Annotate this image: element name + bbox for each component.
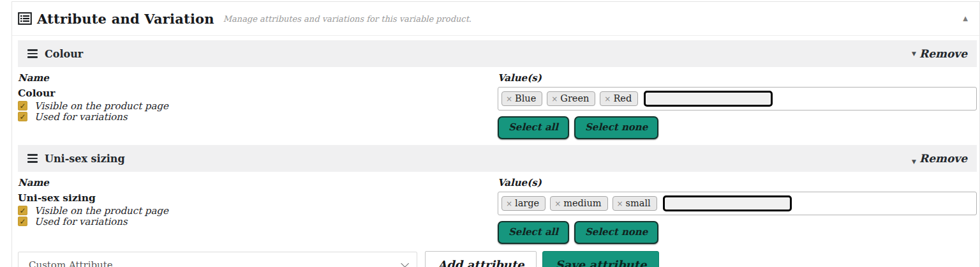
attribute-name-value: Uni-sex sizing [18, 192, 498, 204]
select-all-button[interactable]: Select all [498, 221, 569, 244]
page-title: Attribute and Variation [37, 11, 214, 27]
values-multiselect: × Blue × Green × Red [498, 87, 977, 111]
tag-remove-icon[interactable]: × [554, 199, 561, 208]
tag-label: Blue [515, 93, 536, 103]
attribute-select-value: Custom Attribute [29, 259, 113, 267]
chevron-down-icon: ▼ [912, 50, 916, 57]
values-column-label: Value(s) [498, 72, 977, 84]
tag-remove-icon[interactable]: × [604, 95, 611, 103]
visible-checkbox-row[interactable]: ✓ Visible on the product page [18, 100, 498, 111]
remove-attribute-link[interactable]: ▼ Remove [912, 47, 967, 60]
value-entry-input[interactable] [644, 91, 773, 107]
name-column-label: Name [18, 72, 498, 84]
tag-label: Green [560, 93, 589, 103]
checkbox-checked-icon[interactable]: ✓ [18, 112, 27, 121]
add-attribute-button[interactable]: Add attribute [425, 251, 537, 267]
name-column: Name Uni-sex sizing ✓ Visible on the pro… [18, 177, 498, 244]
drag-handle-icon[interactable] [27, 153, 38, 164]
name-column: Name Colour ✓ Visible on the product pag… [18, 72, 498, 139]
visible-checkbox-label: Visible on the product page [34, 205, 168, 217]
attribute-bar-title: Uni-sex sizing [45, 153, 125, 165]
values-column: Value(s) × large × medium × small [498, 177, 977, 244]
value-entry-input[interactable] [663, 195, 792, 211]
attribute-bar-title: Colour [45, 48, 83, 60]
chevron-down-icon: ▼ [912, 158, 916, 165]
tag-label: small [626, 198, 651, 208]
checkbox-checked-icon[interactable]: ✓ [18, 206, 27, 215]
values-column: Value(s) × Blue × Green × Red [498, 72, 977, 139]
attribute-body-uni-sex-sizing: Name Uni-sex sizing ✓ Visible on the pro… [18, 177, 977, 244]
checkbox-checked-icon[interactable]: ✓ [18, 101, 27, 111]
attribute-variation-panel: Attribute and Variation Manage attribute… [11, 1, 980, 267]
used-for-variations-checkbox-label: Used for variations [34, 216, 128, 227]
used-for-variations-checkbox-row[interactable]: ✓ Used for variations [18, 216, 498, 227]
page-subtitle: Manage attributes and variations for thi… [223, 14, 471, 24]
tag-remove-icon[interactable]: × [506, 199, 512, 208]
value-tag: × Red [600, 91, 638, 106]
attribute-name-value: Colour [18, 87, 498, 99]
remove-label: Remove [919, 47, 967, 60]
list-icon [18, 11, 32, 26]
chevron-down-icon [401, 259, 409, 267]
collapse-panel-icon[interactable]: ▲ [960, 13, 970, 24]
value-tag: × Green [547, 91, 595, 106]
visible-checkbox-label: Visible on the product page [34, 100, 168, 112]
attribute-footer-toolbar: Custom Attribute Add attribute Save attr… [18, 251, 977, 267]
attribute-variation-screen: Attribute and Variation Manage attribute… [0, 0, 980, 267]
checkbox-checked-icon[interactable]: ✓ [18, 217, 27, 226]
remove-label: Remove [919, 152, 967, 165]
panel-content: Colour ▼ Remove Name Colour ✓ Visible on… [12, 40, 979, 267]
values-column-label: Value(s) [498, 177, 977, 188]
select-none-button[interactable]: Select none [574, 221, 658, 244]
value-tag: × medium [550, 196, 607, 211]
attribute-header-colour[interactable]: Colour ▼ Remove [18, 40, 977, 67]
select-none-button[interactable]: Select none [574, 116, 658, 139]
tag-remove-icon[interactable]: × [551, 95, 558, 103]
used-for-variations-checkbox-row[interactable]: ✓ Used for variations [18, 111, 498, 122]
select-buttons-row: Select all Select none [498, 221, 977, 244]
select-buttons-row: Select all Select none [498, 116, 977, 139]
value-tag: × small [612, 196, 657, 211]
tag-label: large [515, 198, 539, 208]
values-multiselect: × large × medium × small [498, 192, 977, 215]
panel-header: Attribute and Variation Manage attribute… [12, 2, 979, 36]
value-tag: × large [501, 196, 546, 211]
tag-remove-icon[interactable]: × [506, 95, 512, 103]
used-for-variations-checkbox-label: Used for variations [34, 111, 128, 123]
select-all-button[interactable]: Select all [498, 116, 569, 139]
save-attribute-button[interactable]: Save attribute [542, 251, 659, 267]
value-tag: × Blue [501, 91, 542, 106]
tag-label: Red [613, 93, 632, 103]
visible-checkbox-row[interactable]: ✓ Visible on the product page [18, 205, 498, 216]
tag-remove-icon[interactable]: × [617, 199, 623, 208]
attribute-type-select[interactable]: Custom Attribute [18, 252, 417, 267]
attribute-header-uni-sex-sizing[interactable]: Uni-sex sizing ▼ Remove [18, 145, 977, 172]
name-column-label: Name [18, 177, 498, 188]
remove-attribute-link[interactable]: ▼ Remove [912, 152, 967, 165]
tag-label: medium [563, 198, 601, 208]
drag-handle-icon[interactable] [27, 48, 38, 59]
attribute-body-colour: Name Colour ✓ Visible on the product pag… [18, 72, 977, 139]
